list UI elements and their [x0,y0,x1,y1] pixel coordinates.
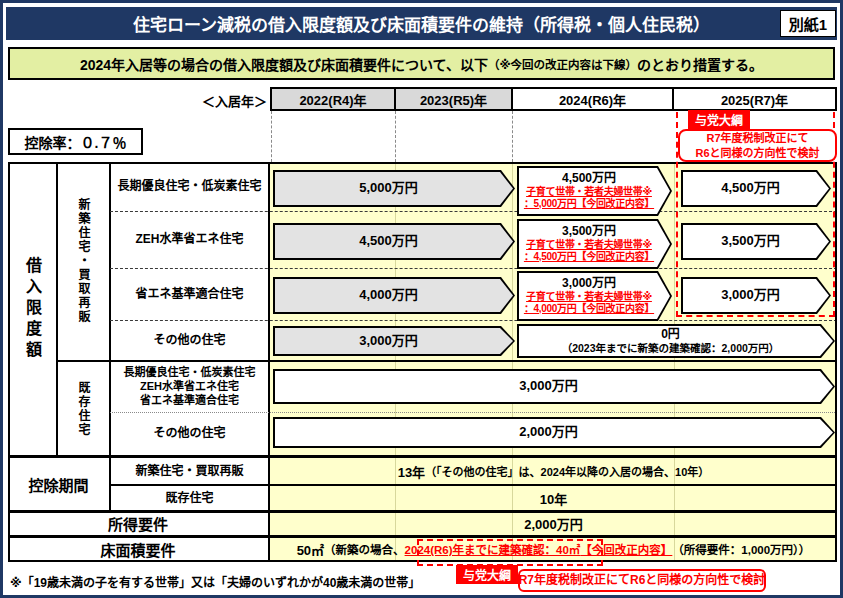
subtitle-bar: 2024年入居等の場合の借入限度額及び床面積要件について、以下（※今回の改正内容… [8,47,835,80]
year-header-2025: 2025(R7)年 [672,87,837,111]
arrow-r2-2025: 3,500万円 [681,223,831,260]
guide-line-2022 [271,111,272,162]
row-label-existing-group: 長期優良住宅・低炭素住宅ZEH水準省エネ住宅省エネ基準適合住宅 [111,362,268,412]
row-label-zeh: ZEH水準省エネ住宅 [111,211,268,268]
page-title: 住宅ローン減税の借入限度額及び床面積要件の維持（所得税・個人住民税） [133,11,710,36]
attachment-badge: 別紙1 [780,10,836,37]
period-existing-value: 10年 [270,486,837,510]
value-r2-2024-red1: 子育て世帯・若者夫婦世帯※ [526,239,652,251]
red-dashed-bottom [676,315,835,317]
deduction-rate-label: 控除率：０.７％ [25,132,127,152]
deduction-rate-box: 控除率：０.７％ [8,128,143,155]
arrow-r4-2024-2025: 0円 （2023年までに新築の建築確認：2,000万円） [517,324,835,358]
loan-limit-section-label: 借入限度額 [8,162,56,457]
value-r4-2024-line1: 0円 [661,328,680,342]
year-header-2024: 2024(R6)年 [511,87,674,111]
subtitle-part2: のとおり措置する。 [637,54,763,74]
value-r3-2024: 3,000万円 [562,277,616,291]
footnote: ※「19歳未満の子を有する世帯」又は「夫婦のいずれかが40歳未満の世帯」 [10,573,420,590]
arrow-r1-2025: 4,500万円 [681,170,831,207]
value-r3-2024-red1: 子育て世帯・若者夫婦世帯※ [526,291,652,303]
arrow-r1-2022: 5,000万円 [273,170,515,207]
row-label-certified: 長期優良住宅・低炭素住宅 [111,162,268,211]
attachment-badge-label: 別紙1 [789,13,827,34]
ruling-party-bottom-badge: 与党大綱 [456,565,518,584]
row-label-energy: 省エネ基準適合住宅 [111,268,268,320]
year-2025-label: 2025(R7)年 [721,90,788,109]
value-r4-2024-line2: （2023年までに新築の建築確認：2,000万円） [562,342,780,354]
arrow-existing-group: 3,000万円 [273,369,835,404]
value-r2-2024-red2: ：4,500万円【今回改正内容】 [524,251,654,263]
income-requirement-label: 所得要件 [8,511,268,535]
move-in-year-label: ＜入居年＞ [183,91,267,110]
existing-home-label: 既存住宅 [58,362,109,455]
year-header-2023: 2023(R5)年 [394,87,513,111]
arrow-r3-2024: 3,000万円 子育て世帯・若者夫婦世帯※ ：4,000万円【今回改正内容】 [517,271,672,321]
arrow-r4-2022: 3,000万円 [273,326,515,356]
row-label-existing-other: その他の住宅 [111,412,268,455]
row-label-other: その他の住宅 [111,320,268,360]
arrow-r1-2024: 4,500万円 子育て世帯・若者夫婦世帯※ ：5,000万円【今回改正内容】 [517,166,672,216]
value-r4-2022: 3,000万円 [359,334,418,348]
value-existing-group: 3,000万円 [519,379,578,393]
value-r1-2022: 5,000万円 [359,181,418,195]
value-r2-2025: 3,500万円 [721,234,780,248]
ruling-party-top-text: R7年度税制改正にてR6と同様の方向性で検討 [695,131,819,161]
deduction-period-label: 控除期間 [8,458,109,510]
arrow-existing-other: 2,000万円 [273,417,835,448]
ruling-party-top-badge: 与党大綱 [688,110,750,129]
arrow-r2-2022: 4,500万円 [273,223,515,260]
income-requirement-value: 2,000万円 [270,511,837,535]
value-r2-2022: 4,500万円 [359,234,418,248]
year-2023-label: 2023(R5)年 [420,90,487,109]
floor-area-red-dashed-box [417,539,603,566]
value-r3-2022: 4,000万円 [359,288,418,302]
value-r1-2024: 4,500万円 [562,172,616,186]
title-bar: 住宅ローン減税の借入限度額及び床面積要件の維持（所得税・個人住民税） [6,7,837,40]
year-header-2022: 2022(R4)年 [270,87,396,111]
period-new-build-label: 新築住宅・買取再販 [111,458,268,484]
period-existing-label: 既存住宅 [111,486,268,510]
value-r3-2024-red2: ：4,000万円【今回改正内容】 [524,303,654,315]
ruling-party-top-box: R7年度税制改正にてR6と同様の方向性で検討 [678,129,837,162]
value-r1-2025: 4,500万円 [721,181,780,195]
year-2024-label: 2024(R6)年 [559,90,626,109]
new-build-label: 新築住宅・買取再販 [58,162,109,360]
arrow-r3-2025: 3,000万円 [681,277,831,314]
value-r1-2024-red2: ：5,000万円【今回改正内容】 [524,198,654,210]
subtitle-part1: 2024年入居等の場合の借入限度額及び床面積要件について、以下 [80,54,488,74]
arrow-r3-2022: 4,000万円 [273,277,515,314]
year-2022-label: 2022(R4)年 [299,90,366,109]
floor-area-label: 床面積要件 [8,536,268,562]
value-existing-other: 2,000万円 [519,425,578,439]
arrow-r2-2024: 3,500万円 子育て世帯・若者夫婦世帯※ ：4,500万円【今回改正内容】 [517,219,672,269]
period-new-build-value: 13年（「その他の住宅」は、2024年以降の入居の場合、10年） [270,458,837,484]
guide-line-2023 [395,111,396,162]
guide-line-2024 [512,111,513,162]
value-r3-2025: 3,000万円 [721,288,780,302]
value-r2-2024: 3,500万円 [562,225,616,239]
document-page: 住宅ローン減税の借入限度額及び床面積要件の維持（所得税・個人住民税） 別紙1 2… [0,0,843,598]
value-r1-2024-red1: 子育て世帯・若者夫婦世帯※ [526,186,652,198]
subtitle-small: （※今回の改正内容は下線） [488,56,637,72]
ruling-party-bottom-box: R7年度税制改正にてR6と同様の方向性で検討 [518,569,766,592]
